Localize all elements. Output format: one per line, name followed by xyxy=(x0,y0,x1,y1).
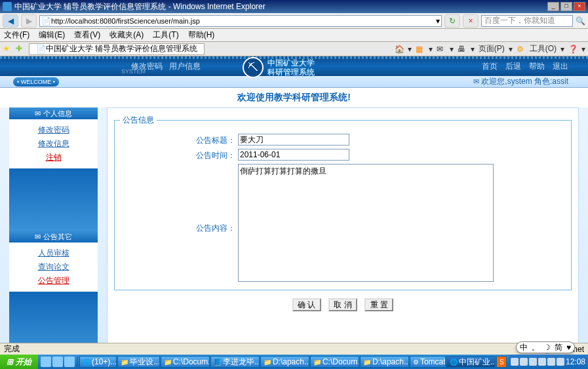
confirm-button[interactable]: 确 认 xyxy=(292,298,321,311)
tab-icon: 📄 xyxy=(36,45,46,54)
ql-ie-icon[interactable] xyxy=(41,357,51,367)
textarea-content[interactable]: 倒萨打算打算打算的撒旦 xyxy=(238,164,494,282)
ql-app-icon[interactable] xyxy=(64,357,75,367)
task-item[interactable]: 📁毕业设... xyxy=(117,356,159,368)
tray-icon[interactable] xyxy=(547,358,555,366)
sidebar-query-paper[interactable]: 查询论文 xyxy=(9,260,98,274)
forward-button[interactable]: ▶ xyxy=(21,14,37,28)
label-time: 公告时间： xyxy=(120,149,238,161)
app-body: ✉ 个人信息 修改密码 修改信息 注销 ✉ 公告其它 人员审核 查询论文 公告管… xyxy=(0,107,588,359)
tray-icon[interactable] xyxy=(557,358,564,366)
menu-tools[interactable]: 工具(T) xyxy=(153,29,178,41)
refresh-button[interactable]: ↻ xyxy=(444,14,460,28)
menu-help[interactable]: 帮助(H) xyxy=(188,29,215,41)
mail-icon[interactable]: ✉ xyxy=(437,45,446,54)
task-item[interactable]: 📁D:\apach... xyxy=(360,356,409,368)
ime-bar[interactable]: 中 。 ☽ 简 ♥ xyxy=(516,341,575,353)
help-icon[interactable]: ❓ xyxy=(568,45,578,54)
url-input[interactable] xyxy=(51,17,436,25)
nav-logout[interactable]: 退出 xyxy=(553,61,568,72)
tray-icon[interactable] xyxy=(529,358,537,366)
cancel-button[interactable]: 取 消 xyxy=(328,298,357,311)
nav-home[interactable]: 首页 xyxy=(482,61,498,72)
form-buttons: 确 认 取 消 重 置 xyxy=(114,294,572,315)
input-time[interactable] xyxy=(238,149,349,161)
taskbar: ⊞开始 🌐(10+)... 📁毕业设... 📁C:\Docum... 📘李进龙毕… xyxy=(0,355,588,369)
sidebar-logout[interactable]: 注销 xyxy=(9,151,98,165)
gear-icon[interactable]: ⚙ xyxy=(517,45,526,54)
sidebar-head-notice: ✉ 公告其它 xyxy=(9,231,98,243)
row-time: 公告时间： xyxy=(120,149,566,161)
back-button[interactable]: ◀ xyxy=(3,14,18,28)
window-buttons: _ □ × xyxy=(547,2,585,11)
row-title: 公告标题： xyxy=(120,134,566,146)
task-item[interactable]: 📘李进龙毕... xyxy=(210,356,260,368)
sidebar-head-personal: ✉ 个人信息 xyxy=(9,107,98,119)
browser-tab[interactable]: 📄 中国矿业大学 辅导员教学评价信息管理系统 xyxy=(29,43,205,55)
ime-lang: 中 xyxy=(520,342,528,353)
quick-launch xyxy=(38,357,78,367)
task-item[interactable]: 🌐(10+)... xyxy=(79,356,117,368)
sidebar-review[interactable]: 人员审核 xyxy=(9,246,98,260)
tools-menu[interactable]: 工具(O) xyxy=(530,43,557,54)
logo-block: ⛏ 中国矿业大学 科研管理系统 xyxy=(243,56,347,80)
home-icon[interactable]: 🏠 xyxy=(395,45,404,54)
address-bar[interactable]: 📄 ▾ xyxy=(39,15,442,27)
dropdown-icon[interactable]: ▾ xyxy=(436,16,440,26)
task-item[interactable]: 📁C:\Docum... xyxy=(161,356,210,368)
taskbar-tasks: 🌐(10+)... 📁毕业设... 📁C:\Docum... 📘李进龙毕... … xyxy=(78,356,508,368)
logo-text: 中国矿业大学 科研管理系统 xyxy=(267,58,315,77)
notice-fieldset: 公告信息 公告标题： 公告时间： 公告内容： 倒萨打算打算打算的撒旦 xyxy=(114,115,572,290)
minimize-button[interactable]: _ xyxy=(547,2,559,11)
label-title: 公告标题： xyxy=(120,134,238,146)
menu-file[interactable]: 文件(F) xyxy=(4,29,29,41)
sidebar: ✉ 个人信息 修改密码 修改信息 注销 ✉ 公告其它 人员审核 查询论文 公告管… xyxy=(9,107,98,359)
input-title[interactable] xyxy=(238,134,349,146)
close-button[interactable]: × xyxy=(574,2,585,11)
task-item[interactable]: 📁C:\Docum... xyxy=(310,356,359,368)
row-content: 公告内容： 倒萨打算打算打算的撒旦 xyxy=(120,164,566,282)
tray-clock[interactable]: 12:08 xyxy=(566,357,585,366)
task-item-active[interactable]: 🌐中国矿业... xyxy=(446,356,496,368)
tray-icon[interactable] xyxy=(520,358,528,366)
page-menu[interactable]: 页面(P) xyxy=(479,43,505,54)
search-button[interactable]: 🔍 xyxy=(576,16,585,26)
menu-favorites[interactable]: 收藏夹(A) xyxy=(109,29,144,41)
ime-mode: 简 xyxy=(555,342,562,353)
task-item[interactable]: 📁D:\apach... xyxy=(260,356,309,368)
sidebar-group-notice: 人员审核 查询论文 公告管理 xyxy=(9,243,98,292)
menu-edit[interactable]: 编辑(E) xyxy=(39,29,65,41)
reset-button[interactable]: 重 置 xyxy=(364,298,393,311)
nav-help[interactable]: 帮助 xyxy=(529,61,545,72)
tab-title: 中国矿业大学 辅导员教学评价信息管理系统 xyxy=(46,43,197,54)
sidebar-change-password[interactable]: 修改密码 xyxy=(9,123,98,137)
sidebar-notice-manage[interactable]: 公告管理 xyxy=(9,274,98,288)
tray-icon[interactable] xyxy=(538,358,546,366)
menu-view[interactable]: 查看(V) xyxy=(74,29,100,41)
feeds-icon[interactable]: ▦ xyxy=(416,45,425,54)
task-sogou[interactable]: S xyxy=(496,356,507,368)
window-titlebar: 中国矿业大学 辅导员教学评价信息管理系统 - Windows Internet … xyxy=(0,0,588,13)
fieldset-legend: 公告信息 xyxy=(120,115,157,126)
add-favorite-icon[interactable]: ✚ xyxy=(16,44,26,54)
task-item[interactable]: ⚙Tomcat xyxy=(410,356,446,368)
nav-change-password[interactable]: 修改密码 xyxy=(131,61,163,72)
welcome-tag: • WELCOME • xyxy=(13,77,59,87)
status-done: 完成 xyxy=(4,343,20,355)
restore-button[interactable]: □ xyxy=(560,2,572,11)
nav-user-info[interactable]: 用户信息 xyxy=(169,61,201,72)
ime-moon-icon: ☽ xyxy=(543,343,551,352)
ql-desktop-icon[interactable] xyxy=(52,357,63,367)
ime-punct: 。 xyxy=(532,342,539,353)
favorites-icon[interactable]: ★ xyxy=(3,44,13,54)
search-box[interactable]: 百度一下，你就知道 xyxy=(481,15,573,27)
sidebar-change-info[interactable]: 修改信息 xyxy=(9,137,98,151)
print-icon[interactable]: 🖶 xyxy=(458,45,467,54)
tray-icon[interactable] xyxy=(511,358,519,366)
window-title: 中国矿业大学 辅导员教学评价信息管理系统 - Windows Internet … xyxy=(14,1,547,12)
sidebar-spacer xyxy=(9,168,98,231)
browser-nav-toolbar: ◀ ▶ 📄 ▾ ↻ × 百度一下，你就知道 🔍 xyxy=(0,13,588,29)
start-button[interactable]: ⊞开始 xyxy=(0,355,38,369)
stop-button[interactable]: × xyxy=(463,14,479,28)
nav-back[interactable]: 后退 xyxy=(505,61,521,72)
